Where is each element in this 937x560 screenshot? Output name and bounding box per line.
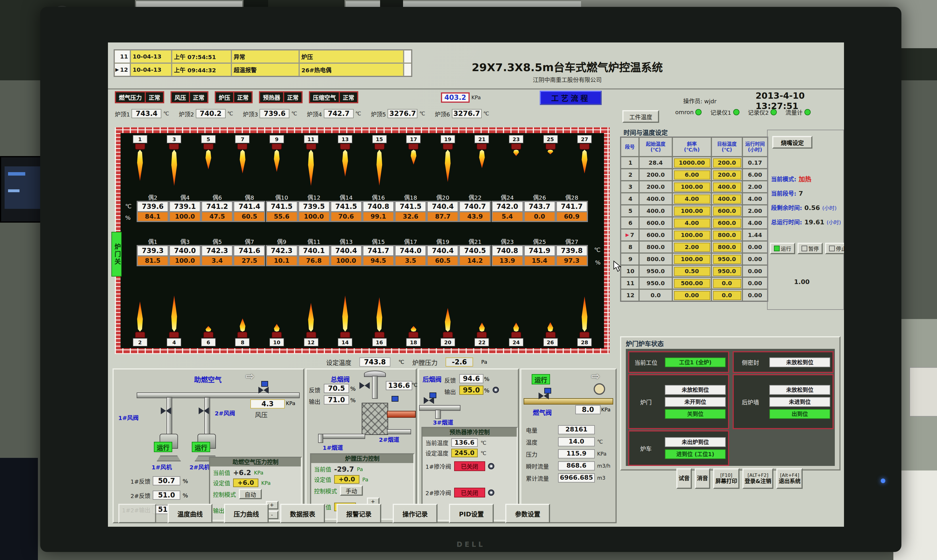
kpa-unit: KPa xyxy=(254,470,264,475)
burner-base xyxy=(340,332,350,338)
mode-toggle-button[interactable]: 自动 xyxy=(239,489,262,499)
stop-button[interactable]: 停止 xyxy=(825,243,844,254)
nav-button[interactable]: 压力曲线 xyxy=(224,504,269,523)
roof-temp: 炉顶1 743.4 ℃ xyxy=(115,109,169,118)
pause-button[interactable]: 暂停 xyxy=(797,243,823,254)
roof-temp-value: 3276.7 xyxy=(452,109,482,118)
gas-valve-icon[interactable] xyxy=(539,392,549,399)
air-pipe-drop xyxy=(204,397,210,435)
target-temp-cell[interactable]: 600.0 xyxy=(711,205,742,217)
air-valve2-icon[interactable] xyxy=(199,408,209,414)
burner-base xyxy=(169,143,179,150)
device-indicator: 记录仪1 xyxy=(710,108,739,117)
rear-output-input[interactable]: 95.0 xyxy=(459,386,484,395)
burner-number-tile: 15 xyxy=(372,135,387,143)
nav-button[interactable]: 温度曲线 xyxy=(168,504,213,523)
mode-label: 控制模式 xyxy=(314,486,337,495)
segment-cell: ▶7 xyxy=(621,229,639,241)
thermocouple-output: 70.6 xyxy=(330,211,362,222)
rate-cell[interactable]: 1000.00 xyxy=(672,157,711,169)
alarm-row-number[interactable]: 11 xyxy=(114,50,130,63)
nav-button[interactable]: 报警记录 xyxy=(336,504,381,523)
nav-button[interactable]: 操作记录 xyxy=(393,504,438,523)
flue-output-value: 71.0 xyxy=(324,395,349,405)
settings-row: 12 0.0 0.00 0.0 0.00 xyxy=(621,289,767,301)
mode-toggle-button[interactable]: 手动 xyxy=(340,485,363,496)
target-temp-cell[interactable]: 0.0 xyxy=(711,277,742,289)
duct-pipe xyxy=(318,434,365,439)
workpiece-temp-button[interactable]: 工件温度 xyxy=(623,110,659,123)
rate-cell[interactable]: 6.00 xyxy=(672,169,711,181)
process-flow-button[interactable]: 工艺流程 xyxy=(540,91,602,105)
target-temp-cell[interactable]: 200.0 xyxy=(711,157,742,169)
thermocouple-temp: 741.7 xyxy=(362,245,395,255)
cut-off-button[interactable] xyxy=(118,504,156,523)
set-temp-input[interactable]: 245.0 xyxy=(451,449,478,457)
nav-button[interactable]: 数据报表 xyxy=(280,504,325,523)
rate-cell[interactable]: 100.00 xyxy=(672,229,711,241)
thermocouple-name: 偶19 xyxy=(427,237,459,245)
meter-unit: ℃ xyxy=(597,439,603,445)
alarm-scrollbar[interactable] xyxy=(404,63,411,76)
thermocouple: 偶16 740.8 99.1 xyxy=(362,193,395,222)
cold-valve2-label: 2#掺冷阀 xyxy=(425,488,451,497)
burner-flame-icon xyxy=(410,150,418,165)
monitor-brand-logo: DELL xyxy=(40,540,902,549)
system-button[interactable]: [Alt+F4] 退出系统 xyxy=(777,468,803,489)
target-temp-cell[interactable]: 600.0 xyxy=(711,217,742,229)
device-indicator: 流量计 xyxy=(785,108,811,117)
degc-unit: ℃ xyxy=(355,111,361,117)
air-main-valve-icon[interactable] xyxy=(258,381,269,394)
total-value: 19.61 xyxy=(804,218,824,226)
kpa-unit: KPa xyxy=(601,407,610,412)
burner-flame-icon xyxy=(410,326,418,332)
status-badge: 未开到位 xyxy=(665,397,726,406)
rate-cell[interactable]: 2.00 xyxy=(672,241,711,253)
target-temp-cell[interactable]: 800.0 xyxy=(711,229,742,241)
alarm-row-number[interactable]: ▶12 xyxy=(114,63,130,76)
burner-flame-icon xyxy=(136,150,144,181)
eye-icon[interactable] xyxy=(488,463,494,469)
burner-setup-button[interactable]: 烧嘴设定 xyxy=(772,136,812,149)
rate-cell[interactable]: 0.00 xyxy=(672,289,711,301)
eye-icon[interactable] xyxy=(488,489,494,496)
rate-cell[interactable]: 4.00 xyxy=(672,217,711,229)
run-button[interactable]: 运行 xyxy=(770,243,795,254)
setpoint-input[interactable]: +0.0 xyxy=(334,475,359,484)
air-control-title: 助燃空气压力控制 xyxy=(210,458,301,466)
nav-button[interactable]: 参数设置 xyxy=(505,504,550,523)
rate-cell[interactable]: 100.00 xyxy=(672,205,711,217)
alarm-type: 超温报警 xyxy=(231,63,299,76)
status-led-icon xyxy=(733,109,739,115)
roof-temp: 炉顶4 742.7 ℃ xyxy=(307,109,361,118)
target-temp-cell[interactable]: 0.0 xyxy=(711,289,742,301)
target-temp-cell[interactable]: 800.0 xyxy=(711,241,742,253)
system-button[interactable]: [F10] 屏幕打印 xyxy=(713,468,740,489)
col-target: 目标温度(℃) xyxy=(711,137,742,157)
rate-cell[interactable]: 100.00 xyxy=(672,253,711,265)
burner-slot xyxy=(475,323,489,338)
thermocouple-output: 0.0 xyxy=(523,211,555,222)
system-button[interactable]: 试音 xyxy=(677,468,692,489)
flue-valve-icon[interactable] xyxy=(359,382,370,389)
rear-wall-group: 后炉墙 未放松到位 未进到位 出到位 xyxy=(733,374,834,429)
rear-flue-valve-icon[interactable] xyxy=(424,397,434,404)
target-temp-cell[interactable]: 400.0 xyxy=(711,181,742,193)
target-temp-cell[interactable]: 200.0 xyxy=(711,169,742,181)
target-temp-cell[interactable]: 950.0 xyxy=(711,265,742,277)
rate-cell[interactable]: 100.00 xyxy=(672,181,711,193)
rate-cell[interactable]: 0.50 xyxy=(672,265,711,277)
setpoint-input[interactable]: +6.0 xyxy=(233,478,258,487)
target-temp-cell[interactable]: 400.0 xyxy=(711,193,742,205)
start-temp-cell: 200.0 xyxy=(639,169,672,181)
alarm-scrollbar[interactable] xyxy=(404,50,411,63)
rate-cell[interactable]: 500.00 xyxy=(672,277,711,289)
rate-cell[interactable]: 4.00 xyxy=(672,193,711,205)
eye-icon[interactable] xyxy=(493,387,499,393)
air-valve1-icon[interactable] xyxy=(161,408,171,414)
burner-base xyxy=(374,143,384,150)
system-button[interactable]: [ALT+F2] 登录&注销 xyxy=(742,468,774,489)
target-temp-cell[interactable]: 950.0 xyxy=(711,253,742,265)
system-button[interactable]: 消音 xyxy=(695,468,710,489)
nav-button[interactable]: PID设置 xyxy=(449,504,494,523)
